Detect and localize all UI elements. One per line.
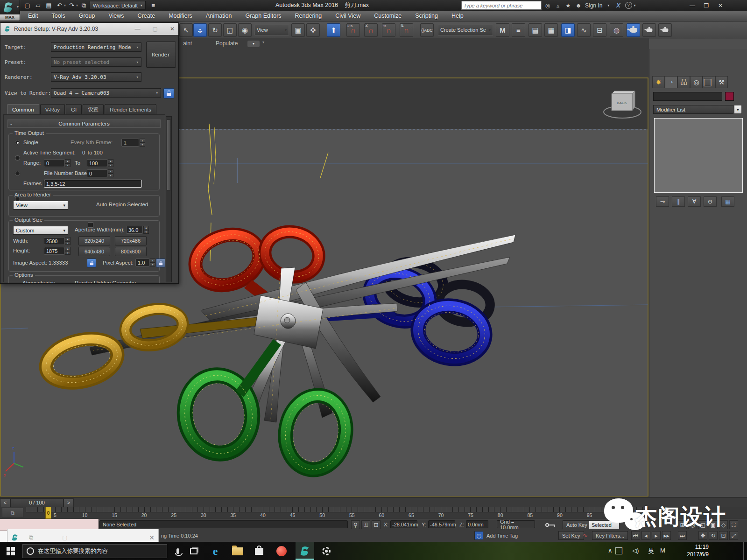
min-max-toggle-icon[interactable]: ⤢ xyxy=(729,531,738,540)
frames-field[interactable]: 1,3,5-12 xyxy=(44,180,142,188)
taskbar-clock[interactable]: 11:19 2017/6/9 xyxy=(676,543,709,559)
new-scene-icon[interactable]: ▢ xyxy=(22,1,32,10)
resolution-preset-button[interactable]: 800x600 xyxy=(115,247,147,256)
absolute-mode-icon[interactable]: ⊡ xyxy=(372,520,381,529)
dialog-tab[interactable]: Render Elements xyxy=(105,104,156,114)
orbit-icon[interactable]: ↻ xyxy=(709,531,718,540)
volume-tray-icon[interactable]: ◁) xyxy=(632,547,639,554)
zoom-extents-icon[interactable]: ▣ xyxy=(709,520,718,529)
user-icon[interactable]: ☻ xyxy=(573,1,584,10)
pixel-aspect-field[interactable]: 1.0 xyxy=(135,259,149,266)
modifier-stack[interactable] xyxy=(654,118,743,193)
help-search-box[interactable] xyxy=(461,1,542,10)
3dsmax-taskbar-icon[interactable] xyxy=(298,544,312,558)
select-and-place-icon[interactable]: ✥ xyxy=(306,23,320,37)
undo-icon[interactable]: ↶ xyxy=(55,1,64,10)
make-unique-icon[interactable]: ∀ xyxy=(688,196,701,207)
communication-center-icon[interactable]: ▵ xyxy=(553,1,563,10)
set-key-button[interactable]: Set Key xyxy=(558,531,584,540)
start-button[interactable] xyxy=(4,544,18,558)
open-mini-curve-editor-icon[interactable]: ⧉ xyxy=(2,508,23,518)
pixel-aspect-lock-icon[interactable] xyxy=(156,259,165,267)
edit-named-selection-icon[interactable]: {}ABC xyxy=(420,23,434,37)
rollout-collapse-icon[interactable]: - xyxy=(10,120,12,127)
auto-key-button[interactable]: Auto Key xyxy=(563,520,591,529)
snap-25d-icon[interactable]: 2.5∩ xyxy=(346,23,360,37)
mini-window-clone-icon[interactable]: ⧉ xyxy=(29,534,33,541)
next-key-icon[interactable]: ▸▸ xyxy=(662,531,671,540)
manage-layers-icon[interactable]: ▤ xyxy=(529,23,542,37)
help-dropdown-icon[interactable]: ▾ xyxy=(634,3,635,7)
resolution-preset-button[interactable]: 320x240 xyxy=(78,236,110,245)
scene-explorer-icon[interactable]: ◨ xyxy=(561,23,575,37)
go-to-end-icon[interactable]: ⏭ xyxy=(678,531,687,540)
key-selection-dropdown[interactable]: Selected xyxy=(589,520,620,529)
output-size-dropdown[interactable]: Custom▾ xyxy=(13,226,68,235)
open-file-icon[interactable]: ▱ xyxy=(33,1,43,10)
favorites-star-icon[interactable]: ★ xyxy=(563,1,573,10)
redo-dropdown-icon[interactable]: ▾ xyxy=(76,3,78,7)
minimize-button[interactable]: — xyxy=(685,1,699,10)
edge-browser-icon[interactable]: e xyxy=(208,544,222,558)
menu-item[interactable]: Customize xyxy=(374,13,402,19)
search-icon[interactable]: ◎ xyxy=(543,1,553,10)
preset-dropdown[interactable]: No preset selected▾ xyxy=(51,57,141,67)
percent-snap-icon[interactable]: %∩ xyxy=(382,23,395,37)
ime-language-indicator[interactable]: 英 xyxy=(648,547,654,555)
menu-item[interactable]: Create xyxy=(138,13,155,19)
help-search-input[interactable] xyxy=(462,1,541,9)
dialog-minimize-icon[interactable]: — xyxy=(135,26,141,32)
pan-view-icon[interactable]: ✥ xyxy=(698,531,707,540)
play-animation-icon[interactable]: ▸ xyxy=(652,531,661,540)
viewport-lock-icon[interactable] xyxy=(163,88,174,98)
key-filters-button[interactable]: Key Filters... xyxy=(592,531,628,540)
field-of-view-icon[interactable]: ◇ xyxy=(719,520,728,529)
modifier-list-dropdown[interactable]: Modifier List xyxy=(653,105,733,114)
select-and-move-icon[interactable]: ↔↕ xyxy=(193,23,207,37)
render-production-icon[interactable] xyxy=(658,23,672,37)
tab-motion-icon[interactable]: ◎ xyxy=(690,76,703,88)
object-name-field[interactable] xyxy=(653,92,722,101)
material-editor-icon[interactable]: ◍ xyxy=(610,23,623,37)
active-time-segment-radio[interactable] xyxy=(15,155,20,161)
menu-item[interactable]: Tools xyxy=(52,13,65,19)
range-radio[interactable] xyxy=(15,171,20,176)
resolution-preset-button[interactable]: 640x480 xyxy=(78,247,110,256)
object-color-swatch[interactable] xyxy=(725,92,734,101)
tab-hierarchy-icon[interactable]: 品 xyxy=(677,76,690,88)
configure-modifier-sets-icon[interactable]: ▦ xyxy=(721,196,734,207)
range-from-spinner[interactable]: ▲▼ xyxy=(65,159,70,167)
menu-item[interactable]: Graph Editors xyxy=(245,13,281,19)
close-button[interactable]: ✕ xyxy=(713,1,727,10)
show-desktop-button[interactable] xyxy=(743,542,747,560)
redo-icon[interactable]: ↷ xyxy=(67,1,77,10)
menu-item[interactable]: Rendering xyxy=(295,13,322,19)
use-center-flyout-icon[interactable]: ▣ xyxy=(291,23,305,37)
x-coordinate-field[interactable]: -28.041mm xyxy=(390,520,417,528)
remove-modifier-icon[interactable]: ⊖ xyxy=(704,196,717,207)
common-parameters-rollout[interactable]: - Common Parameters xyxy=(7,119,161,128)
resolution-preset-button[interactable]: 720x486 xyxy=(115,236,147,245)
file-explorer-icon[interactable] xyxy=(231,544,245,558)
aperture-width-field[interactable]: 36.0 xyxy=(126,226,143,234)
select-and-manipulate-icon[interactable]: ◉ xyxy=(238,23,252,37)
undo-dropdown-icon[interactable]: ▾ xyxy=(64,3,66,7)
dialog-maximize-icon[interactable]: ▢ xyxy=(153,26,158,32)
renderer-dropdown[interactable]: V-Ray Adv 3.20.03▾ xyxy=(51,72,141,82)
image-aspect-lock-icon[interactable] xyxy=(87,259,96,267)
ribbon-minimize-dropdown-icon[interactable]: ▾ xyxy=(247,41,260,47)
height-spinner[interactable]: ▲▼ xyxy=(65,247,70,255)
zoom-region-icon[interactable]: ⊡ xyxy=(719,531,728,540)
render-setup-icon[interactable] xyxy=(627,23,640,37)
exchange-apps-icon[interactable]: X xyxy=(613,1,623,10)
maximize-button[interactable]: ❒ xyxy=(699,1,713,10)
show-end-result-icon[interactable]: ∥ xyxy=(672,196,685,207)
menu-item[interactable]: Scripting xyxy=(415,13,438,19)
angle-snap-icon[interactable]: ∡∩ xyxy=(364,23,378,37)
dialog-tab[interactable]: 设置 xyxy=(83,104,104,114)
curve-editor-icon[interactable]: ∿ xyxy=(577,23,591,37)
application-menu-button[interactable]: ▾ MAX xyxy=(0,0,20,21)
select-and-scale-icon[interactable]: ◱ xyxy=(223,23,237,37)
width-field[interactable]: 2500 xyxy=(44,237,64,245)
rendered-frame-window-icon[interactable] xyxy=(642,23,656,37)
